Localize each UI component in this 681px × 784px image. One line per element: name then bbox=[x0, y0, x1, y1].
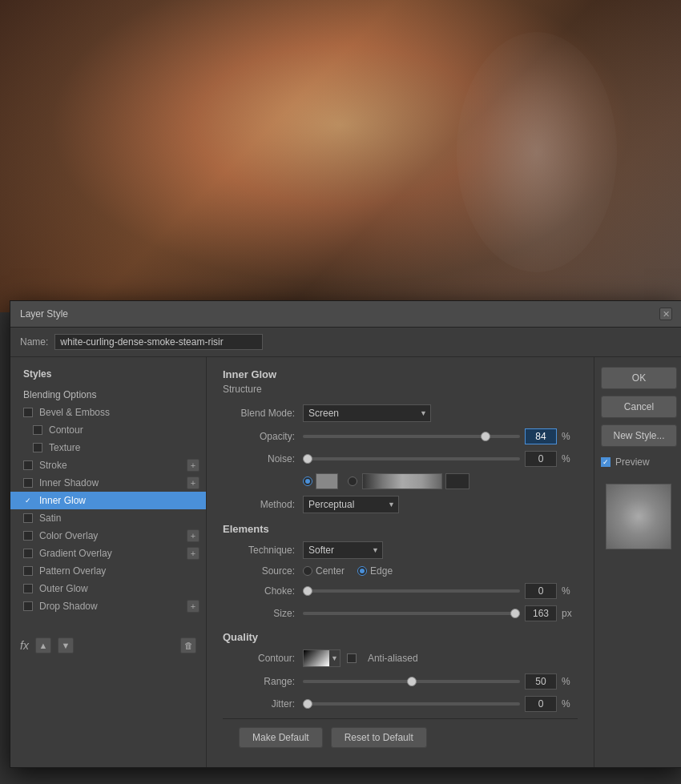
sidebar-item-pattern-overlay[interactable]: Pattern Overlay bbox=[10, 562, 206, 580]
method-dropdown[interactable]: Perceptual Linear Relative bbox=[303, 496, 399, 513]
bevel-emboss-label: Bevel & Emboss bbox=[39, 407, 110, 418]
name-input[interactable] bbox=[54, 334, 263, 350]
anti-aliased-checkbox[interactable] bbox=[347, 653, 357, 663]
size-slider-track[interactable] bbox=[303, 612, 520, 615]
choke-slider-track[interactable] bbox=[303, 589, 520, 593]
range-slider-thumb[interactable] bbox=[407, 677, 417, 686]
anti-aliased-label: Anti-aliased bbox=[368, 653, 418, 664]
ok-button[interactable]: OK bbox=[601, 367, 677, 389]
preview-row: Preview bbox=[601, 456, 675, 468]
sidebar-item-outer-glow[interactable]: Outer Glow bbox=[10, 580, 206, 597]
reset-default-button[interactable]: Reset to Default bbox=[331, 727, 427, 748]
opacity-row: Opacity: % bbox=[223, 428, 578, 444]
noise-input[interactable] bbox=[525, 451, 557, 467]
sidebar-item-stroke[interactable]: Stroke + bbox=[10, 456, 206, 474]
drop-shadow-add-button[interactable]: + bbox=[187, 600, 199, 613]
blend-mode-dropdown-wrapper: Screen Normal Multiply Overlay ▼ bbox=[303, 404, 431, 422]
source-center-option[interactable]: Center bbox=[303, 565, 345, 577]
source-edge-option[interactable]: Edge bbox=[357, 565, 393, 577]
pattern-overlay-checkbox[interactable] bbox=[23, 566, 33, 576]
jitter-row: Jitter: % bbox=[223, 696, 578, 712]
gradient-overlay-add-button[interactable]: + bbox=[187, 547, 199, 560]
drop-shadow-checkbox[interactable] bbox=[23, 601, 33, 611]
bevel-emboss-checkbox[interactable] bbox=[23, 408, 33, 417]
outer-glow-checkbox[interactable] bbox=[23, 584, 33, 593]
source-center-label: Center bbox=[316, 565, 345, 577]
size-input[interactable] bbox=[525, 605, 557, 621]
range-slider-track[interactable] bbox=[303, 680, 520, 683]
contour-checkbox[interactable] bbox=[33, 425, 42, 435]
stroke-add-button[interactable]: + bbox=[187, 459, 199, 472]
source-center-radio[interactable] bbox=[303, 566, 312, 576]
sidebar-item-bevel-emboss[interactable]: Bevel & Emboss bbox=[10, 404, 206, 421]
size-slider-thumb[interactable] bbox=[510, 609, 520, 618]
move-up-button[interactable]: ▲ bbox=[35, 637, 51, 653]
choke-slider-thumb[interactable] bbox=[303, 586, 312, 596]
inner-shadow-checkbox[interactable] bbox=[23, 478, 33, 488]
solid-color-radio[interactable] bbox=[303, 476, 312, 486]
opacity-slider-track[interactable] bbox=[303, 435, 520, 438]
move-down-button[interactable]: ▼ bbox=[58, 637, 74, 653]
method-dropdown-wrapper: Perceptual Linear Relative ▼ bbox=[303, 496, 399, 513]
jitter-input[interactable] bbox=[525, 696, 557, 712]
gradient-swatch[interactable] bbox=[362, 473, 442, 489]
sidebar-item-texture[interactable]: Texture bbox=[10, 439, 206, 456]
jitter-slider-container: % bbox=[303, 696, 578, 712]
opacity-input[interactable] bbox=[525, 428, 557, 444]
color-row bbox=[223, 473, 578, 489]
size-label: Size: bbox=[223, 608, 295, 619]
cancel-button[interactable]: Cancel bbox=[601, 396, 677, 418]
inner-shadow-label: Inner Shadow bbox=[39, 477, 99, 488]
sidebar-item-color-overlay[interactable]: Color Overlay + bbox=[10, 527, 206, 545]
choke-slider-container: % bbox=[303, 583, 578, 599]
source-edge-radio[interactable] bbox=[357, 566, 367, 576]
jitter-slider-thumb[interactable] bbox=[303, 699, 312, 709]
noise-slider-thumb[interactable] bbox=[303, 454, 312, 464]
make-default-button[interactable]: Make Default bbox=[239, 727, 323, 748]
sidebar-item-blending-options[interactable]: Blending Options bbox=[10, 386, 206, 404]
gradient-type-wrapper bbox=[445, 473, 469, 489]
gradient-radio[interactable] bbox=[348, 476, 357, 486]
photo-background bbox=[0, 0, 681, 312]
color-overlay-add-button[interactable]: + bbox=[187, 529, 199, 542]
stroke-checkbox[interactable] bbox=[23, 460, 33, 470]
buttons-panel: OK Cancel New Style... Preview bbox=[594, 357, 681, 767]
fx-label: fx bbox=[20, 639, 29, 652]
contour-label: Contour bbox=[49, 424, 83, 436]
contour-row: Contour: ▼ Anti-aliased bbox=[223, 649, 578, 667]
choke-input[interactable] bbox=[525, 583, 557, 599]
anti-aliased-row[interactable]: Anti-aliased bbox=[347, 653, 418, 664]
sidebar-item-satin[interactable]: Satin bbox=[10, 509, 206, 527]
layer-style-dialog: Layer Style ✕ Name: Styles Blending Opti… bbox=[10, 300, 681, 768]
technique-dropdown[interactable]: Softer Precise bbox=[303, 541, 383, 559]
gradient-overlay-checkbox[interactable] bbox=[23, 549, 33, 558]
sidebar-item-drop-shadow[interactable]: Drop Shadow + bbox=[10, 597, 206, 615]
close-button[interactable]: ✕ bbox=[659, 308, 672, 320]
range-input[interactable] bbox=[525, 673, 557, 690]
sidebar-item-gradient-overlay[interactable]: Gradient Overlay + bbox=[10, 545, 206, 562]
texture-checkbox[interactable] bbox=[33, 443, 42, 452]
preview-checkbox[interactable] bbox=[601, 457, 610, 467]
jitter-slider-track[interactable] bbox=[303, 702, 520, 706]
dialog-title: Layer Style bbox=[20, 308, 68, 320]
elements-section: Elements bbox=[223, 523, 578, 535]
technique-row: Technique: Softer Precise ▼ bbox=[223, 541, 578, 559]
delete-button[interactable]: 🗑 bbox=[180, 637, 196, 653]
inner-glow-checkbox[interactable] bbox=[23, 496, 33, 505]
color-overlay-checkbox[interactable] bbox=[23, 531, 33, 541]
noise-unit: % bbox=[562, 453, 578, 464]
color-swatch[interactable] bbox=[316, 473, 338, 489]
inner-shadow-add-button[interactable]: + bbox=[187, 476, 199, 489]
new-style-button[interactable]: New Style... bbox=[601, 424, 677, 447]
satin-checkbox[interactable] bbox=[23, 513, 33, 523]
opacity-slider-thumb[interactable] bbox=[481, 432, 490, 441]
contour-preview-btn[interactable]: ▼ bbox=[303, 649, 340, 667]
range-slider-container: % bbox=[303, 673, 578, 690]
noise-row: Noise: % bbox=[223, 451, 578, 467]
gradient-type-dropdown[interactable] bbox=[445, 473, 469, 489]
sidebar-item-contour[interactable]: Contour bbox=[10, 421, 206, 439]
noise-slider-track[interactable] bbox=[303, 457, 520, 460]
sidebar-item-inner-shadow[interactable]: Inner Shadow + bbox=[10, 474, 206, 492]
blend-mode-dropdown[interactable]: Screen Normal Multiply Overlay bbox=[303, 404, 431, 422]
sidebar-item-inner-glow[interactable]: Inner Glow bbox=[10, 492, 206, 509]
